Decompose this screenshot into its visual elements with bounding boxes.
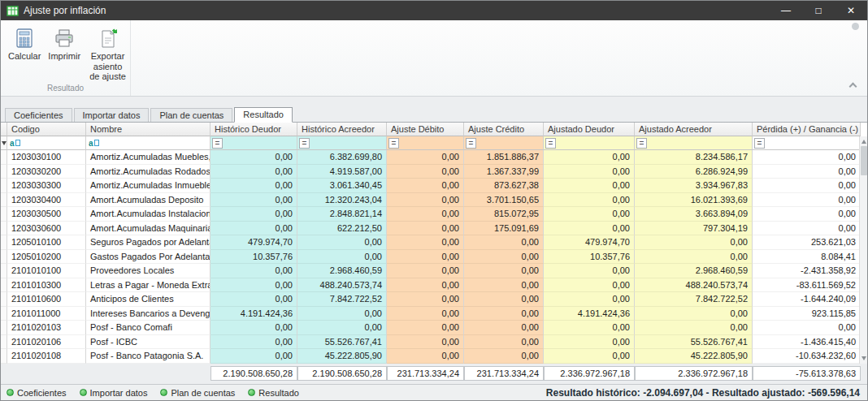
grid-cell[interactable]: 0,00 — [387, 207, 464, 222]
grid-cell[interactable]: 815.072,95 — [464, 207, 544, 222]
grid-cell[interactable]: 2101011000 — [7, 307, 86, 321]
grid-cell[interactable]: Amort.Acumuladas Maquinaria — [86, 222, 210, 236]
grid-cell[interactable]: 0,00 — [297, 250, 387, 265]
grid-cell[interactable]: 4.191.424,36 — [210, 307, 297, 321]
grid-cell[interactable]: 3.663.894,09 — [635, 207, 753, 222]
grid-cell[interactable]: 0,00 — [464, 235, 544, 250]
grid-cell[interactable]: 45.222.805,90 — [635, 349, 753, 364]
grid-cell[interactable]: 2101010100 — [7, 264, 86, 278]
grid-cell[interactable]: 923.115,85 — [753, 307, 861, 321]
grid-cell[interactable]: 0,00 — [387, 321, 464, 335]
grid-cell[interactable]: Posf - Banco Comafi — [86, 321, 210, 335]
grid-cell[interactable]: 1203030400 — [7, 193, 86, 208]
grid-cell[interactable]: 0,00 — [387, 179, 464, 193]
grid-cell[interactable]: 1203030300 — [7, 179, 86, 193]
grid-cell[interactable]: 0,00 — [544, 292, 635, 307]
grid-cell[interactable]: 175.091,69 — [464, 222, 544, 236]
column-header[interactable]: Nombre — [86, 123, 210, 136]
grid-cell[interactable]: Anticipos de Clientes — [86, 292, 210, 307]
grid-cell[interactable]: 1205010200 — [7, 250, 86, 265]
status-item-coeficientes[interactable]: Coeficientes — [7, 388, 67, 398]
grid-cell[interactable]: 2.968.460,59 — [297, 264, 387, 278]
grid-cell[interactable]: 253.621,03 — [753, 235, 861, 250]
table-row[interactable]: 1203030300Amortiz.Acumuladas Inmuebles0,… — [1, 179, 867, 193]
grid-cell[interactable]: 479.974,70 — [210, 235, 297, 250]
column-header[interactable]: Ajuste Débito — [387, 123, 464, 136]
imprimir-button[interactable]: Imprimir — [46, 26, 83, 63]
grid-cell[interactable]: Amortiz.Acumuladas Rodados — [86, 165, 210, 179]
grid-cell[interactable]: 1203030500 — [7, 207, 86, 222]
grid-cell[interactable]: 0,00 — [464, 321, 544, 335]
table-row[interactable]: 2101020103Posf - Banco Comafi0,000,000,0… — [1, 321, 867, 335]
column-header[interactable]: Ajustado Deudor — [544, 123, 635, 136]
grid-cell[interactable]: 0,00 — [544, 207, 635, 222]
grid-cell[interactable]: 488.240.573,74 — [297, 278, 387, 293]
equals-filter-icon[interactable]: = — [545, 138, 556, 149]
grid-cell[interactable]: 0,00 — [544, 321, 635, 335]
grid-cell[interactable]: 0,00 — [753, 222, 861, 236]
grid-cell[interactable]: 0,00 — [753, 150, 861, 165]
grid-cell[interactable]: 0,00 — [464, 278, 544, 293]
grid-cell[interactable]: 0,00 — [387, 150, 464, 165]
table-row[interactable]: 2101020108Posf - Banco Patagonia S.A.0,0… — [1, 349, 867, 364]
minimize-button[interactable]: — — [770, 1, 802, 20]
grid-cell[interactable]: 55.526.767,41 — [635, 335, 753, 350]
grid-cell[interactable]: 0,00 — [387, 349, 464, 364]
grid-cell[interactable]: 0,00 — [464, 335, 544, 350]
equals-filter-icon[interactable]: = — [466, 138, 476, 149]
status-item-plan-de-cuentas[interactable]: Plan de cuentas — [160, 388, 235, 398]
tab-plan-de-cuentas[interactable]: Plan de cuentas — [150, 108, 232, 122]
grid-cell[interactable]: 1203030100 — [7, 150, 86, 165]
grid-cell[interactable]: 6.286.924,99 — [635, 165, 753, 179]
grid-cell[interactable]: 2101010600 — [7, 292, 86, 307]
filter-cell[interactable]: = — [544, 136, 635, 150]
grid-cell[interactable]: 0,00 — [210, 150, 297, 165]
grid-cell[interactable]: 0,00 — [210, 193, 297, 208]
grid-cell[interactable]: 0,00 — [753, 321, 861, 335]
grid-cell[interactable]: Amort.Acumuladas Deposito — [86, 193, 210, 208]
grid-cell[interactable]: 0,00 — [210, 292, 297, 307]
grid-cell[interactable]: 0,00 — [464, 349, 544, 364]
maximize-button[interactable]: □ — [802, 1, 835, 20]
grid-cell[interactable]: 16.021.393,69 — [635, 193, 753, 208]
table-row[interactable]: 1203030400Amort.Acumuladas Deposito0,001… — [1, 193, 867, 208]
grid-cell[interactable]: Amortiz.Acumuladas Muebles, Utile... — [86, 150, 210, 165]
grid-cell[interactable]: 0,00 — [387, 307, 464, 321]
equals-filter-icon[interactable]: = — [299, 138, 310, 149]
filter-cell[interactable]: a — [86, 136, 210, 150]
grid-cell[interactable]: 0,00 — [544, 335, 635, 350]
grid-cell[interactable]: 0,00 — [387, 292, 464, 307]
table-row[interactable]: 2101010300Letras a Pagar - Moneda Extran… — [1, 278, 867, 293]
grid-cell[interactable]: 0,00 — [387, 335, 464, 350]
status-item-resultado[interactable]: Resultado — [248, 388, 299, 398]
grid-cell[interactable]: 2101020103 — [7, 321, 86, 335]
filter-cell[interactable]: = — [635, 136, 753, 150]
scroll-up-icon[interactable] — [861, 140, 866, 144]
grid-cell[interactable]: 8.234.586,17 — [635, 150, 753, 165]
grid-cell[interactable]: 0,00 — [544, 165, 635, 179]
grid-cell[interactable]: 488.240.573,74 — [635, 278, 753, 293]
tab-importar-datos[interactable]: Importar datos — [74, 108, 150, 122]
grid-cell[interactable]: 0,00 — [464, 292, 544, 307]
grid-cell[interactable]: 1203030200 — [7, 165, 86, 179]
table-row[interactable]: 2101010100Proveedores Locales0,002.968.4… — [1, 264, 867, 278]
grid-cell[interactable]: -10.634.232,60 — [753, 349, 861, 364]
calcular-button[interactable]: Calcular — [6, 26, 43, 63]
grid-cell[interactable]: 2101010300 — [7, 278, 86, 293]
column-header[interactable]: Pérdida (+) / Ganancia (-) — [753, 123, 861, 136]
grid-cell[interactable]: 4.191.424,36 — [544, 307, 635, 321]
grid-cell[interactable]: Letras a Pagar - Moneda Extranjera — [86, 278, 210, 293]
grid-cell[interactable]: 0,00 — [464, 250, 544, 265]
grid-cell[interactable]: 0,00 — [753, 165, 861, 179]
grid-cell[interactable]: 0,00 — [387, 250, 464, 265]
grid-cell[interactable]: 0,00 — [387, 264, 464, 278]
filter-cell[interactable]: a — [7, 136, 86, 150]
grid-cell[interactable]: 0,00 — [210, 264, 297, 278]
column-header[interactable]: Codigo — [7, 123, 86, 136]
grid-cell[interactable]: 0,00 — [544, 150, 635, 165]
scrollbar-thumb[interactable] — [861, 146, 867, 175]
grid-cell[interactable]: 0,00 — [544, 222, 635, 236]
equals-filter-icon[interactable]: = — [754, 138, 765, 149]
grid-cell[interactable]: 0,00 — [210, 349, 297, 364]
filter-cell[interactable]: = — [297, 136, 387, 150]
